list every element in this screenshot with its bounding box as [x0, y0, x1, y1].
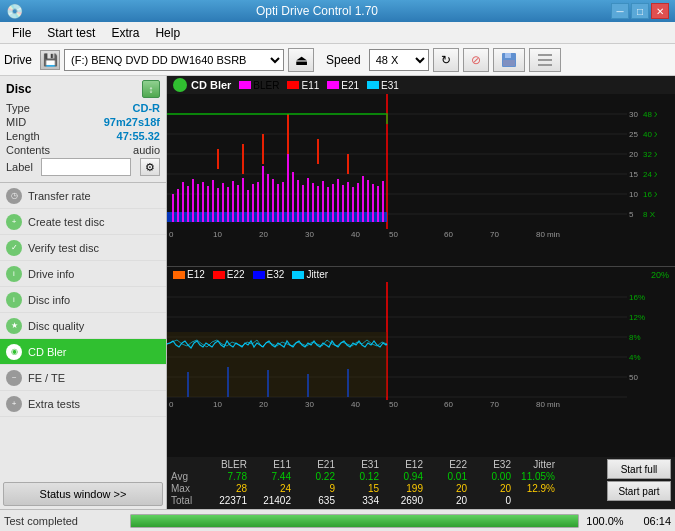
svg-rect-65: [317, 186, 319, 222]
stats-avg-e32: 0.00: [471, 471, 515, 482]
svg-rect-64: [312, 183, 314, 222]
disc-mid-value: 97m27s18f: [104, 116, 160, 128]
disc-arrow-button[interactable]: ↕: [142, 80, 160, 98]
svg-text:70: 70: [490, 230, 499, 239]
stats-avg-label: Avg: [171, 471, 207, 482]
svg-rect-36: [172, 194, 174, 222]
nav-cd-bler[interactable]: ◉ CD Bler: [0, 339, 166, 365]
svg-text:10: 10: [213, 400, 222, 409]
svg-text:20: 20: [259, 400, 268, 409]
svg-rect-57: [277, 184, 279, 222]
stats-max-jitter: 12.9%: [515, 483, 559, 494]
nav-drive-info[interactable]: i Drive info: [0, 261, 166, 287]
nav-transfer-rate[interactable]: ◷ Transfer rate: [0, 183, 166, 209]
extra-button[interactable]: [529, 48, 561, 72]
svg-rect-67: [327, 187, 329, 222]
svg-rect-41: [197, 184, 199, 222]
start-buttons: Start full Start part: [607, 459, 671, 501]
stats-header-e11: E11: [251, 459, 295, 470]
svg-rect-75: [367, 180, 369, 222]
drive-select[interactable]: (F:) BENQ DVD DD DW1640 BSRB: [64, 49, 284, 71]
menu-extra[interactable]: Extra: [103, 24, 147, 42]
nav-verify-test[interactable]: ✓ Verify test disc: [0, 235, 166, 261]
toolbar: Drive 💾 (F:) BENQ DVD DD DW1640 BSRB ⏏ S…: [0, 44, 675, 76]
svg-text:70: 70: [490, 400, 499, 409]
label-input[interactable]: [41, 158, 131, 176]
legend-e21: E21: [327, 80, 359, 91]
svg-rect-82: [217, 149, 219, 169]
nav-fe-te[interactable]: ~ FE / TE: [0, 365, 166, 391]
menu-file[interactable]: File: [4, 24, 39, 42]
svg-text:60: 60: [444, 230, 453, 239]
svg-rect-58: [282, 182, 284, 222]
eject-button[interactable]: ⏏: [288, 48, 314, 72]
stats-max-row: Max 28 24 9 15 199 20 20 12.9%: [171, 483, 603, 494]
svg-text:32 X: 32 X: [643, 150, 657, 159]
nav-disc-quality[interactable]: ★ Disc quality: [0, 313, 166, 339]
menu-help[interactable]: Help: [147, 24, 188, 42]
svg-text:25: 25: [629, 130, 638, 139]
nav-label-fe-te: FE / TE: [28, 372, 65, 384]
maximize-button[interactable]: □: [631, 3, 649, 19]
minimize-button[interactable]: ─: [611, 3, 629, 19]
svg-text:8 X: 8 X: [643, 210, 656, 219]
drive-icon: 💾: [40, 50, 60, 70]
svg-rect-54: [262, 166, 264, 222]
svg-rect-72: [352, 187, 354, 222]
speed-select[interactable]: 48 X: [369, 49, 429, 71]
nav-disc-info[interactable]: i Disc info: [0, 287, 166, 313]
stats-header-bler: BLER: [207, 459, 251, 470]
svg-text:30: 30: [629, 110, 638, 119]
disc-length-row: Length 47:55.32: [6, 130, 160, 142]
nav-create-test[interactable]: + Create test disc: [0, 209, 166, 235]
stats-table: BLER E11 E21 E31 E12 E22 E32 Jitter Avg …: [171, 459, 603, 507]
svg-rect-47: [227, 187, 229, 222]
stats-header-e22: E22: [427, 459, 471, 470]
stats-total-label: Total: [171, 495, 207, 506]
svg-rect-63: [307, 178, 309, 222]
stats-total-e22: 20: [427, 495, 471, 506]
svg-rect-70: [342, 185, 344, 222]
erase-button[interactable]: ⊘: [463, 48, 489, 72]
svg-rect-77: [377, 186, 379, 222]
stats-total-e31: 334: [339, 495, 383, 506]
legend-label-bler: BLER: [253, 80, 279, 91]
svg-rect-60: [292, 172, 294, 222]
start-part-button[interactable]: Start part: [607, 481, 671, 501]
progress-percentage: 100.0%: [585, 515, 625, 527]
stats-avg-bler: 7.78: [207, 471, 251, 482]
start-full-button[interactable]: Start full: [607, 459, 671, 479]
legend-color-e31: [367, 81, 379, 89]
refresh-button[interactable]: ↻: [433, 48, 459, 72]
svg-rect-40: [192, 179, 194, 222]
svg-rect-84: [347, 154, 349, 174]
svg-text:24 X: 24 X: [643, 170, 657, 179]
disc-contents-label: Contents: [6, 144, 50, 156]
save-button[interactable]: [493, 48, 525, 72]
legend-top: BLER E11 E21 E31: [239, 80, 399, 91]
svg-rect-62: [302, 185, 304, 222]
nav-icon-create: +: [6, 214, 22, 230]
svg-rect-74: [362, 176, 364, 222]
nav-extra-tests[interactable]: + Extra tests: [0, 391, 166, 417]
stats-header-e31: E31: [339, 459, 383, 470]
stats-col-label: [171, 459, 207, 470]
svg-rect-55: [267, 174, 269, 222]
svg-text:80 min: 80 min: [536, 400, 560, 409]
stats-avg-e22: 0.01: [427, 471, 471, 482]
menu-start-test[interactable]: Start test: [39, 24, 103, 42]
label-gear-button[interactable]: ⚙: [140, 158, 160, 176]
status-window-button[interactable]: Status window >>: [3, 482, 163, 506]
disc-type-row: Type CD-R: [6, 102, 160, 114]
stats-header-e12: E12: [383, 459, 427, 470]
stats-max-e12: 199: [383, 483, 427, 494]
svg-text:10: 10: [213, 230, 222, 239]
svg-rect-39: [187, 186, 189, 222]
svg-rect-5: [538, 64, 552, 66]
svg-text:40: 40: [351, 400, 360, 409]
speed-label: Speed: [326, 53, 361, 67]
close-button[interactable]: ✕: [651, 3, 669, 19]
stats-max-label: Max: [171, 483, 207, 494]
progress-bar-container: [130, 514, 579, 528]
nav-label-drive: Drive info: [28, 268, 74, 280]
